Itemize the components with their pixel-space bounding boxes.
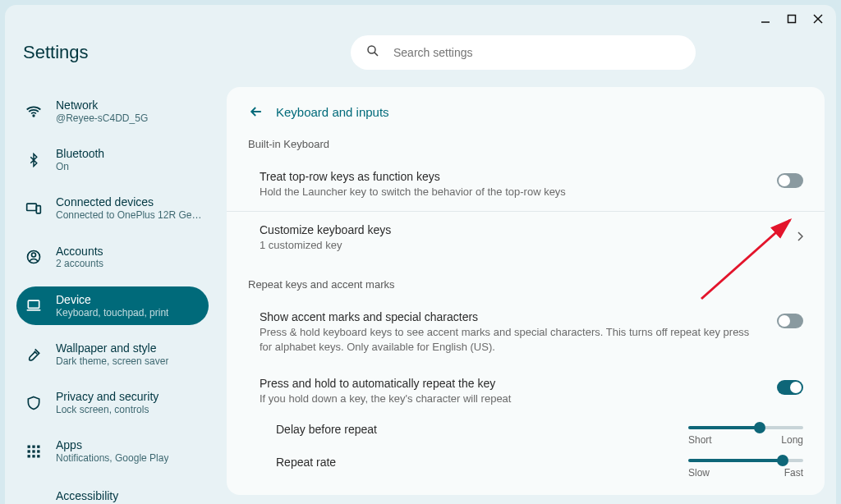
settings-window: Settings Network@Reyee-sC4DD_5G Bluetoot…: [5, 5, 836, 504]
svg-line-5: [375, 53, 378, 56]
sidebar-item-label: Accessibility: [56, 489, 118, 503]
header: Settings: [5, 33, 836, 84]
sidebar-item-label: Connected devices: [56, 195, 204, 209]
sidebar-item-label: Apps: [56, 438, 168, 452]
sidebar-item-label: Device: [56, 293, 168, 307]
sidebar-item-label: Accounts: [56, 245, 103, 259]
row-title: Delay before repeat: [276, 423, 664, 436]
sidebar-item-privacy[interactable]: Privacy and securityLock screen, control…: [16, 383, 209, 422]
sidebar-item-apps[interactable]: AppsNotifications, Google Play: [16, 432, 209, 470]
svg-rect-15: [28, 450, 30, 452]
svg-rect-8: [36, 206, 40, 213]
shield-icon: [25, 394, 43, 412]
svg-rect-16: [32, 450, 34, 452]
sidebar-item-label: Wallpaper and style: [56, 341, 168, 355]
slider-delay[interactable]: ShortLong: [688, 426, 803, 446]
back-button[interactable]: [248, 103, 264, 120]
row-title: Customize keyboard keys: [260, 223, 772, 236]
svg-rect-12: [28, 445, 30, 447]
chevron-right-icon: [797, 223, 803, 245]
sidebar-item-network[interactable]: Network@Reyee-sC4DD_5G: [16, 92, 209, 131]
svg-rect-20: [37, 455, 39, 457]
section-repeat-keys: Repeat keys and accent marks: [227, 263, 825, 299]
search-input[interactable]: [393, 46, 681, 59]
devices-icon: [25, 199, 43, 218]
svg-rect-11: [28, 301, 39, 309]
sidebar-item-label: Bluetooth: [56, 147, 104, 161]
bluetooth-icon: [25, 151, 43, 169]
minimize-button[interactable]: [754, 7, 777, 30]
sidebar-item-accounts[interactable]: Accounts2 accounts: [16, 238, 209, 277]
settings-panel: Keyboard and inputs Built-in Keyboard Tr…: [227, 87, 825, 495]
row-accent-marks: Show accent marks and special characters…: [227, 299, 825, 365]
account-icon: [25, 248, 43, 266]
apps-icon: [25, 442, 43, 460]
row-desc: 1 customized key: [260, 238, 772, 253]
sidebar-item-label: Network: [56, 99, 148, 112]
sidebar: Network@Reyee-sC4DD_5G BluetoothOn Conne…: [5, 87, 220, 504]
sidebar-item-device[interactable]: DeviceKeyboard, touchpad, print: [16, 286, 209, 325]
slider-repeat-rate[interactable]: SlowFast: [688, 459, 803, 479]
svg-rect-14: [37, 445, 39, 447]
close-button[interactable]: [807, 7, 830, 30]
row-title: Repeat rate: [276, 456, 664, 469]
svg-point-10: [32, 253, 36, 257]
sidebar-item-wallpaper[interactable]: Wallpaper and styleDark theme, screen sa…: [16, 335, 209, 373]
sidebar-item-label: Privacy and security: [56, 390, 159, 404]
slider-min-label: Short: [688, 434, 712, 446]
row-desc: Hold the Launcher key to switch the beha…: [260, 185, 752, 199]
row-repeat-rate: Repeat rate SlowFast: [227, 451, 825, 483]
section-built-in-keyboard: Built-in Keyboard: [227, 135, 825, 158]
svg-point-6: [33, 115, 34, 117]
sidebar-item-accessibility[interactable]: Accessibility: [16, 481, 209, 505]
toggle-top-row-keys[interactable]: [777, 173, 803, 188]
row-customize-keys[interactable]: Customize keyboard keys 1 customized key: [227, 212, 825, 264]
sidebar-item-sub: Connected to OnePlus 12R Gens...: [56, 209, 204, 221]
row-title: Show accent marks and special characters: [260, 310, 752, 323]
app-title: Settings: [23, 42, 228, 63]
titlebar: [5, 5, 836, 33]
sidebar-item-sub: 2 accounts: [56, 258, 103, 269]
svg-rect-17: [37, 450, 39, 452]
main-content: Keyboard and inputs Built-in Keyboard Tr…: [220, 87, 836, 504]
sidebar-item-sub: Lock screen, controls: [56, 404, 159, 415]
sidebar-item-sub: Keyboard, touchpad, print: [56, 307, 168, 318]
sidebar-item-sub: Notifications, Google Play: [56, 452, 168, 464]
sidebar-item-bluetooth[interactable]: BluetoothOn: [16, 140, 209, 179]
svg-point-4: [368, 46, 375, 53]
svg-rect-1: [788, 16, 796, 23]
sidebar-item-sub: @Reyee-sC4DD_5G: [56, 112, 148, 124]
panel-title: Keyboard and inputs: [276, 105, 389, 119]
row-top-row-keys: Treat top-row keys as function keys Hold…: [227, 158, 825, 212]
search-box[interactable]: [351, 35, 696, 70]
row-auto-repeat: Press and hold to automatically repeat t…: [227, 365, 825, 418]
row-desc: If you hold down a key, the key's charac…: [260, 392, 752, 406]
row-desc: Press & hold keyboard keys to see accent…: [260, 325, 752, 354]
sidebar-item-sub: Dark theme, screen saver: [56, 355, 168, 367]
search-icon: [365, 44, 380, 62]
toggle-auto-repeat[interactable]: [777, 380, 803, 395]
slider-max-label: Long: [781, 434, 803, 446]
slider-max-label: Fast: [784, 467, 803, 479]
accessibility-icon: [25, 488, 43, 505]
svg-rect-13: [32, 445, 34, 447]
sidebar-item-connected-devices[interactable]: Connected devicesConnected to OnePlus 12…: [16, 189, 209, 227]
toggle-accent-marks[interactable]: [777, 314, 803, 328]
svg-rect-7: [27, 204, 37, 210]
brush-icon: [25, 346, 43, 364]
slider-min-label: Slow: [688, 467, 710, 479]
svg-rect-18: [28, 455, 30, 457]
row-title: Treat top-row keys as function keys: [260, 170, 752, 183]
svg-rect-19: [32, 455, 34, 457]
sidebar-item-sub: On: [56, 161, 104, 172]
row-title: Press and hold to automatically repeat t…: [260, 377, 752, 390]
wifi-icon: [25, 103, 43, 121]
row-delay-before-repeat: Delay before repeat ShortLong: [227, 418, 825, 451]
maximize-button[interactable]: [780, 7, 803, 30]
laptop-icon: [25, 296, 43, 314]
